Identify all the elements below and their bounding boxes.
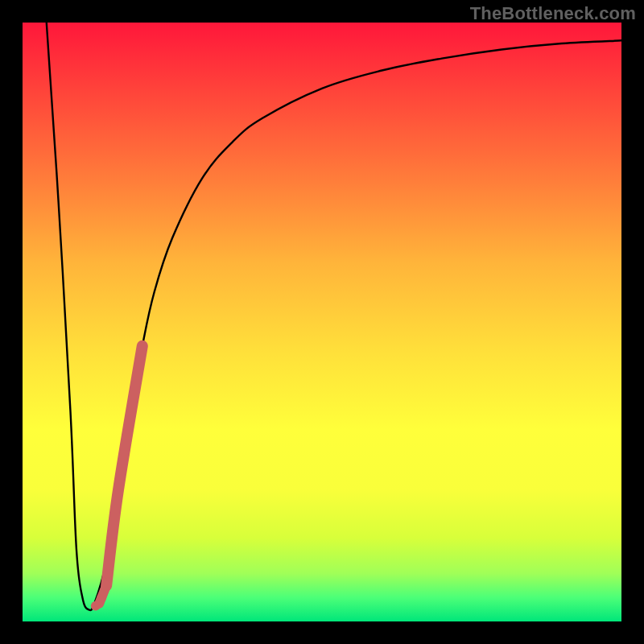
- chart-frame: TheBottleneck.com: [0, 0, 644, 644]
- highlight-bar: [106, 346, 142, 586]
- watermark-text: TheBottleneck.com: [470, 3, 636, 24]
- highlight-connector: [99, 585, 106, 603]
- plot-area: [23, 23, 621, 621]
- highlight-segment: [91, 346, 142, 611]
- chart-svg: [23, 23, 621, 621]
- highlight-dot: [103, 569, 113, 579]
- bottleneck-curve: [47, 23, 621, 610]
